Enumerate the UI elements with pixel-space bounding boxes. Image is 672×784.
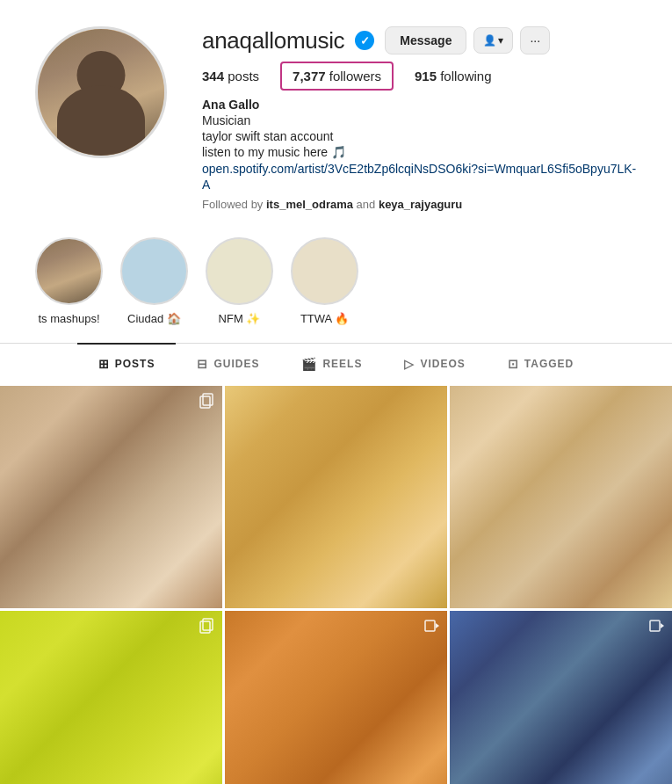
tab-reels[interactable]: 🎬 REELS — [280, 343, 383, 383]
reels-tab-icon: 🎬 — [301, 357, 317, 371]
tab-tagged-label: TAGGED — [524, 358, 574, 370]
tab-guides[interactable]: ⊟ GUIDES — [176, 343, 280, 383]
svg-rect-0 — [200, 396, 210, 408]
svg-marker-7 — [661, 623, 664, 628]
tab-posts-label: POSTS — [115, 358, 155, 370]
bio-title: Musician — [202, 113, 637, 127]
grid-image-0 — [0, 386, 222, 608]
dropdown-arrow: ▾ — [498, 34, 503, 47]
tagged-tab-icon: ⊡ — [508, 357, 519, 371]
followers-count: 7,377 — [293, 69, 326, 83]
grid-item-4[interactable] — [225, 611, 447, 784]
video-icon-5 — [649, 618, 665, 634]
tab-tagged[interactable]: ⊡ TAGGED — [487, 343, 595, 383]
svg-rect-1 — [203, 394, 213, 405]
action-buttons: Message 👤 ▾ ··· — [385, 26, 550, 54]
posts-label: posts — [228, 69, 259, 83]
video-icon-4 — [424, 618, 440, 634]
highlight-item-0[interactable]: ts mashups! — [35, 237, 103, 325]
bio-name: Ana Gallo — [202, 98, 637, 112]
highlight-label-1: Ciudad 🏠 — [127, 312, 181, 325]
tab-guides-label: GUIDES — [213, 358, 259, 370]
posts-count: 344 — [202, 69, 224, 83]
bio-link[interactable]: open.spotify.com/artist/3VcE2tbZp6lcqiNs… — [202, 162, 636, 192]
bio-line2: listen to my music here 🎵 — [202, 145, 637, 159]
grid-item-1[interactable] — [225, 386, 447, 608]
avatar-container — [35, 26, 167, 158]
username-row: anaqallomusic Message 👤 ▾ ··· — [202, 26, 637, 54]
highlight-item-1[interactable]: Ciudad 🏠 — [120, 237, 188, 325]
tabs-section: ⊞ POSTS ⊟ GUIDES 🎬 REELS ▷ VIDEOS ⊡ TAGG… — [0, 343, 672, 383]
grid-image-2 — [450, 386, 672, 608]
tab-videos[interactable]: ▷ VIDEOS — [383, 343, 486, 383]
avatar-image — [38, 29, 164, 156]
highlight-label-2: NFM ✨ — [219, 312, 261, 325]
highlight-circle-2 — [206, 237, 273, 305]
videos-tab-icon: ▷ — [404, 357, 415, 371]
grid-item-2[interactable] — [450, 386, 672, 608]
svg-rect-2 — [200, 621, 210, 633]
multipost-icon-0 — [199, 393, 215, 409]
grid-item-0[interactable] — [0, 386, 222, 608]
more-options-button[interactable]: ··· — [520, 26, 550, 54]
svg-rect-3 — [203, 619, 213, 630]
followers-label: followers — [329, 69, 381, 83]
highlight-item-3[interactable]: TTWA 🔥 — [291, 237, 358, 325]
svg-marker-5 — [436, 623, 439, 628]
tab-videos-label: VIDEOS — [420, 358, 465, 370]
avatar — [35, 26, 167, 158]
person-plus-icon: 👤 — [483, 34, 496, 47]
tab-posts[interactable]: ⊞ POSTS — [77, 343, 177, 383]
posts-tab-icon: ⊞ — [98, 357, 110, 371]
bio-line1: taylor swift stan account — [202, 129, 637, 143]
highlight-circle-1 — [120, 237, 188, 305]
highlight-label-3: TTWA 🔥 — [300, 312, 349, 325]
grid-image-4 — [225, 611, 447, 784]
highlights-section: ts mashups! Ciudad 🏠 NFM ✨ TTWA 🔥 — [0, 229, 672, 343]
followed-by-user2[interactable]: keya_rajyaguru — [379, 198, 462, 211]
grid-item-5[interactable] — [450, 611, 672, 784]
svg-rect-6 — [650, 621, 660, 631]
tab-reels-label: REELS — [322, 358, 362, 370]
grid-item-3[interactable] — [0, 611, 222, 784]
message-button[interactable]: Message — [385, 26, 466, 54]
highlight-item-2[interactable]: NFM ✨ — [206, 237, 273, 325]
guides-tab-icon: ⊟ — [197, 357, 208, 371]
grid-image-3 — [0, 611, 222, 784]
username: anaqallomusic — [202, 27, 344, 54]
grid-image-1 — [225, 386, 447, 608]
posts-grid — [0, 383, 672, 784]
highlight-circle-3 — [291, 237, 358, 305]
profile-info: anaqallomusic Message 👤 ▾ ··· 344 posts … — [202, 26, 637, 211]
following-label: following — [440, 69, 491, 83]
highlight-label-0: ts mashups! — [38, 312, 99, 325]
followed-by-prefix: Followed by — [202, 198, 266, 211]
following-stat[interactable]: 915 following — [415, 69, 492, 83]
highlight-circle-0 — [35, 237, 103, 305]
followed-by-user1[interactable]: its_mel_odrama — [266, 198, 353, 211]
follow-dropdown-button[interactable]: 👤 ▾ — [473, 27, 513, 54]
multipost-icon-3 — [199, 618, 215, 634]
followed-by: Followed by its_mel_odrama and keya_rajy… — [202, 198, 637, 211]
grid-image-5 — [450, 611, 672, 784]
svg-rect-4 — [425, 621, 435, 631]
followers-stat[interactable]: 7,377 followers — [280, 62, 394, 91]
stats-row: 344 posts 7,377 followers 915 following — [202, 69, 637, 83]
following-count: 915 — [415, 69, 437, 83]
followed-by-and: and — [353, 198, 379, 211]
posts-stat[interactable]: 344 posts — [202, 69, 259, 83]
verified-icon — [355, 31, 374, 50]
bio-section: Ana Gallo Musician taylor swift stan acc… — [202, 98, 637, 192]
profile-section: anaqallomusic Message 👤 ▾ ··· 344 posts … — [0, 0, 672, 229]
